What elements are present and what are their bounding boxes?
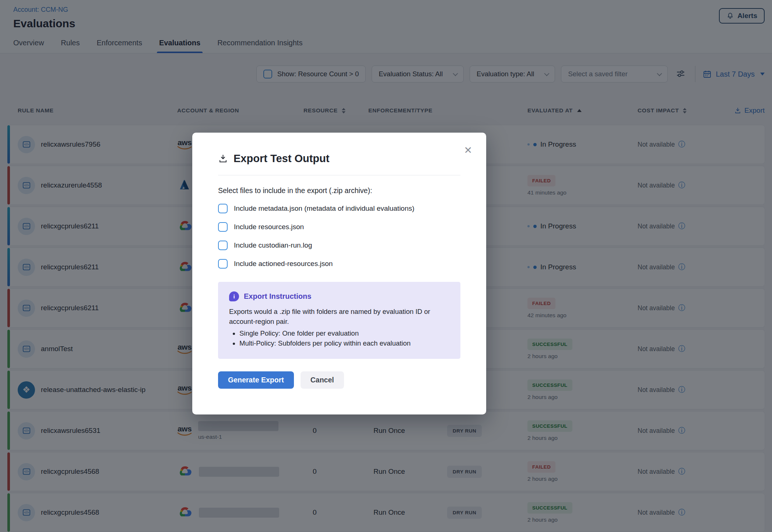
generate-export-button[interactable]: Generate Export (218, 371, 294, 389)
include-metadata-checkbox[interactable] (218, 204, 228, 213)
checkbox-row-metadata: Include metadata.json (metadata of indiv… (218, 204, 460, 213)
modal-actions: Generate Export Cancel (218, 371, 460, 389)
export-test-output-modal: ✕ Export Test Output Select files to inc… (192, 133, 486, 414)
checkbox-label: Include actioned-resources.json (234, 260, 333, 268)
select-files-label: Select files to include in the export (.… (218, 186, 460, 195)
instruction-bullet: Multi-Policy: Subfolders per policy with… (239, 338, 449, 349)
checkbox-row-actioned-resources: Include actioned-resources.json (218, 259, 460, 269)
checkbox-row-custodian-log: Include custodian-run.log (218, 241, 460, 250)
info-bubble-icon: i (229, 291, 239, 301)
include-resources-checkbox[interactable] (218, 222, 228, 232)
instruction-bullet: Single Policy: One folder per evaluation (239, 328, 449, 339)
export-instructions-header: i Export Instructions (229, 291, 449, 301)
checkbox-row-resources: Include resources.json (218, 222, 460, 232)
download-icon (218, 154, 228, 164)
export-instructions-title: Export Instructions (244, 292, 311, 301)
cancel-button[interactable]: Cancel (301, 371, 344, 389)
export-instructions-panel: i Export Instructions Exports would a .z… (218, 282, 460, 359)
modal-title: Export Test Output (234, 153, 329, 165)
modal-title-row: Export Test Output (218, 153, 460, 165)
modal-divider (218, 175, 460, 175)
include-actioned-resources-checkbox[interactable] (218, 259, 228, 269)
checkbox-label: Include custodian-run.log (234, 241, 312, 249)
close-icon[interactable]: ✕ (464, 144, 472, 156)
checkbox-label: Include metadata.json (metadata of indiv… (234, 204, 414, 213)
export-instructions-body: Exports would a .zip file with folders a… (229, 307, 449, 327)
include-custodian-log-checkbox[interactable] (218, 241, 228, 250)
checkbox-label: Include resources.json (234, 223, 304, 231)
export-instructions-bullets: Single Policy: One folder per evaluation… (229, 328, 449, 349)
